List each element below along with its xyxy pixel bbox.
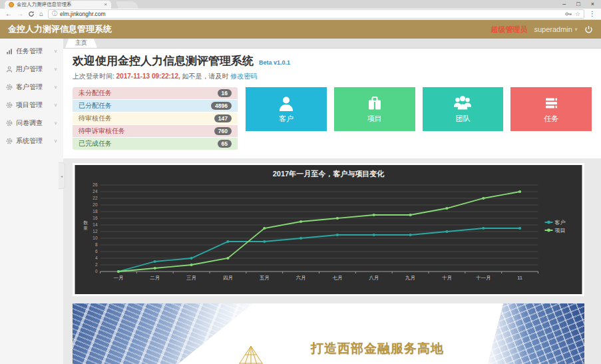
stat-badge: 16 bbox=[218, 89, 232, 97]
chart-panel: 2017年一月至今，客户与项目变化02468101214161820222426… bbox=[73, 163, 584, 296]
stat-row-assigned[interactable]: 已分配任务 4896 bbox=[73, 100, 238, 112]
sidebar-item-label: 系统管理 bbox=[16, 136, 43, 146]
maximize-button[interactable]: □ bbox=[571, 0, 585, 9]
svg-text:十月: 十月 bbox=[442, 275, 452, 281]
gear-icon bbox=[6, 102, 13, 108]
bookmark-star-icon[interactable]: ☆ bbox=[575, 11, 580, 17]
back-button[interactable]: ← bbox=[5, 11, 12, 17]
svg-text:一月: 一月 bbox=[113, 275, 123, 281]
banner-text: 打造西部金融服务高地 TO BUILD THE HIGHLAND OF FINA… bbox=[311, 340, 480, 364]
svg-text:26: 26 bbox=[93, 182, 98, 187]
chevron-down-icon: ∨ bbox=[54, 138, 57, 144]
app-title: 金控人力测评信息管理系统 bbox=[8, 23, 112, 35]
svg-text:七月: 七月 bbox=[332, 275, 342, 281]
address-bar[interactable]: ⓘ elm.jinkonghr.com ☆ bbox=[48, 9, 584, 19]
favicon-icon bbox=[9, 2, 14, 7]
browser-toolbar: ← → ⌂ ⓘ elm.jinkonghr.com ☆ ⋮ bbox=[0, 9, 601, 20]
svg-text:14: 14 bbox=[93, 222, 98, 227]
sidebar-collapse-handle[interactable]: ◂ bbox=[59, 162, 65, 189]
stat-label: 已分配任务 bbox=[79, 101, 112, 110]
sidebar-item-label: 客户管理 bbox=[16, 83, 43, 92]
user-icon bbox=[6, 66, 13, 73]
close-button[interactable]: × bbox=[586, 0, 600, 9]
svg-text:11: 11 bbox=[517, 275, 522, 281]
card-label: 客户 bbox=[279, 114, 294, 124]
stat-row-unassigned[interactable]: 未分配任务 16 bbox=[73, 87, 238, 99]
tab-home[interactable]: 主页 bbox=[65, 39, 97, 48]
key-icon[interactable] bbox=[565, 11, 572, 17]
svg-text:4: 4 bbox=[95, 256, 98, 260]
logout-button[interactable] bbox=[584, 25, 593, 34]
sidebar-item-label: 问卷调查 bbox=[16, 118, 43, 128]
svg-text:2: 2 bbox=[95, 262, 98, 267]
svg-text:6: 6 bbox=[95, 249, 98, 254]
version-badge: Beta v1.0.1 bbox=[259, 59, 290, 66]
legend-label-0: 客户 bbox=[555, 220, 566, 226]
collapse-arrow-icon: ◂ bbox=[61, 174, 63, 178]
sidebar-item-system-mgmt[interactable]: 系统管理 ∨ bbox=[0, 132, 63, 150]
sidebar-item-label: 任务管理 bbox=[16, 47, 43, 56]
svg-text:九月: 九月 bbox=[405, 275, 415, 281]
card-customers[interactable]: 客户 bbox=[246, 87, 327, 131]
sidebar-item-user-mgmt[interactable]: 用户管理 ∨ bbox=[0, 60, 63, 78]
user-menu[interactable]: superadmin ∨ bbox=[534, 25, 578, 33]
shortcut-cards: 客户 项目 bbox=[246, 87, 592, 150]
browser-menu-icon[interactable]: ⋮ bbox=[589, 11, 596, 17]
svg-text:二月: 二月 bbox=[150, 275, 160, 281]
building-image-right bbox=[478, 303, 584, 364]
briefcase-icon bbox=[366, 94, 383, 112]
team-icon bbox=[453, 94, 472, 112]
tab-close-icon[interactable]: × bbox=[104, 2, 107, 7]
svg-text:八月: 八月 bbox=[369, 275, 379, 281]
card-projects[interactable]: 项目 bbox=[334, 87, 415, 131]
sidebar-item-customer-mgmt[interactable]: 客户管理 ∨ bbox=[0, 78, 63, 96]
stat-label: 未分配任务 bbox=[79, 89, 112, 98]
stat-badge: 4896 bbox=[211, 102, 232, 110]
stat-row-pending-review[interactable]: 待审核任务 147 bbox=[73, 112, 238, 124]
url-text[interactable]: elm.jinkonghr.com bbox=[60, 11, 562, 17]
gear-icon bbox=[6, 120, 13, 126]
card-tasks[interactable]: 任务 bbox=[510, 87, 592, 131]
browser-tab[interactable]: 金控人力测评信息管理系 × bbox=[5, 1, 111, 9]
svg-text:五月: 五月 bbox=[260, 275, 270, 281]
stat-label: 待审核任务 bbox=[79, 114, 112, 123]
stat-label: 待申诉审核任务 bbox=[79, 126, 125, 136]
sidebar-item-task-mgmt[interactable]: 任务管理 ∨ bbox=[0, 42, 63, 60]
change-password-link[interactable]: 修改密码 bbox=[230, 73, 257, 80]
last-login-time: 2017-11-13 09:22:12, bbox=[116, 73, 180, 80]
legend-label-1: 项目 bbox=[555, 228, 566, 234]
browser-window: 金控人力测评信息管理系 × – □ × ← → ⌂ ⓘ elm.jinkongh… bbox=[0, 0, 601, 364]
chart-title: 2017年一月至今，客户与项目变化 bbox=[273, 170, 385, 178]
reload-button[interactable] bbox=[28, 11, 35, 17]
chevron-down-icon: ∨ bbox=[54, 102, 57, 108]
new-tab-button[interactable] bbox=[116, 1, 138, 9]
svg-text:18: 18 bbox=[93, 209, 98, 214]
forward-button[interactable]: → bbox=[17, 11, 23, 17]
svg-text:十一月: 十一月 bbox=[476, 275, 491, 281]
stat-row-completed[interactable]: 已完成任务 65 bbox=[73, 138, 238, 150]
page-title: 欢迎使用金控人力信息测评管理系统 bbox=[73, 53, 254, 69]
promo-banner: 打造西部金融服务高地 TO BUILD THE HIGHLAND OF FINA… bbox=[73, 303, 584, 364]
minimize-button[interactable]: – bbox=[557, 0, 571, 9]
page-info-icon[interactable]: ⓘ bbox=[52, 11, 57, 17]
card-label: 团队 bbox=[455, 114, 470, 124]
task-stats-list: 未分配任务 16 已分配任务 4896 待审核任务 147 待申诉审核任务 bbox=[73, 87, 238, 150]
last-login-suffix: 如不是，请及时 bbox=[182, 73, 229, 80]
stat-badge: 65 bbox=[218, 140, 232, 148]
user-role-label: 超级管理员 bbox=[491, 25, 527, 35]
card-teams[interactable]: 团队 bbox=[423, 87, 504, 131]
svg-text:8: 8 bbox=[95, 242, 98, 247]
sidebar-item-survey[interactable]: 问卷调查 ∨ bbox=[0, 114, 63, 132]
sidebar-item-project-mgmt[interactable]: 项目管理 ∨ bbox=[0, 96, 63, 114]
breadcrumb: 主页 bbox=[63, 39, 601, 49]
gear-icon bbox=[6, 138, 13, 144]
stat-row-appeal-review[interactable]: 待申诉审核任务 760 bbox=[73, 125, 238, 137]
customer-icon bbox=[278, 94, 295, 112]
chevron-down-icon: ∨ bbox=[54, 120, 57, 126]
reload-icon bbox=[28, 11, 35, 17]
svg-text:24: 24 bbox=[93, 189, 98, 194]
home-button[interactable]: ⌂ bbox=[39, 11, 43, 17]
svg-text:六月: 六月 bbox=[296, 275, 306, 281]
stat-badge: 147 bbox=[214, 114, 232, 122]
svg-text:16: 16 bbox=[93, 216, 98, 220]
